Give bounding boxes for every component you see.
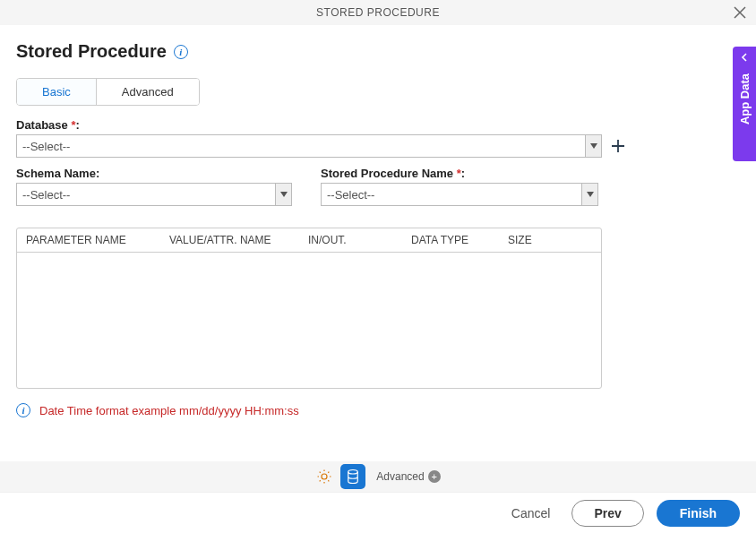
header-title: STORED PROCEDURE xyxy=(316,6,440,19)
spname-label: Stored Procedure Name *: xyxy=(321,167,598,180)
title-row: Stored Procedure i xyxy=(16,41,740,62)
col-size: SIZE xyxy=(499,234,571,246)
col-parameter-name: PARAMETER NAME xyxy=(17,234,160,246)
col-inout: IN/OUT. xyxy=(299,234,402,246)
tab-group: Basic Advanced xyxy=(16,78,200,106)
info-icon: i xyxy=(16,403,30,417)
hint-row: i Date Time format example mm/dd/yyyy HH… xyxy=(16,403,740,417)
parameters-table: PARAMETER NAME VALUE/ATTR. NAME IN/OUT. … xyxy=(16,228,602,389)
schema-select[interactable]: --Select-- xyxy=(16,183,292,206)
prev-button[interactable]: Prev xyxy=(571,500,643,527)
schema-value: --Select-- xyxy=(17,188,275,202)
side-tab-label: App Data xyxy=(738,73,752,125)
add-database-button[interactable] xyxy=(609,137,627,155)
dropdown-icon xyxy=(275,184,291,205)
cancel-button[interactable]: Cancel xyxy=(503,501,560,526)
database-value: --Select-- xyxy=(17,140,585,153)
svg-point-0 xyxy=(348,470,358,475)
col-value-attr: VALUE/ATTR. NAME xyxy=(160,234,299,246)
col-datatype: DATA TYPE xyxy=(402,234,499,246)
schema-group: Schema Name: --Select-- xyxy=(16,167,292,206)
content-area: Stored Procedure i Basic Advanced Databa… xyxy=(0,25,756,417)
database-icon[interactable] xyxy=(340,464,365,489)
chevron-left-icon xyxy=(740,52,749,64)
plus-circle-icon: + xyxy=(428,470,441,483)
table-header-row: PARAMETER NAME VALUE/ATTR. NAME IN/OUT. … xyxy=(17,228,601,253)
spname-select[interactable]: --Select-- xyxy=(321,183,598,206)
schema-label: Schema Name: xyxy=(16,167,292,180)
advanced-label: Advanced xyxy=(376,470,424,483)
advanced-toggle[interactable]: Advanced + xyxy=(376,470,440,483)
database-group: Database *: --Select-- xyxy=(16,118,740,158)
dropdown-icon xyxy=(585,135,601,157)
header-bar: STORED PROCEDURE xyxy=(0,0,756,25)
dropdown-icon xyxy=(581,184,597,205)
finish-button[interactable]: Finish xyxy=(657,500,740,527)
gear-icon[interactable] xyxy=(315,468,333,486)
tab-basic[interactable]: Basic xyxy=(17,79,97,105)
close-icon[interactable] xyxy=(731,4,749,21)
action-bar: Cancel Prev Finish xyxy=(0,492,756,533)
spname-group: Stored Procedure Name *: --Select-- xyxy=(321,167,598,206)
hint-text: Date Time format example mm/dd/yyyy HH:m… xyxy=(39,404,299,417)
toolbar: Advanced + xyxy=(0,461,756,492)
page-title: Stored Procedure xyxy=(16,41,167,62)
database-label: Database *: xyxy=(16,118,740,132)
tab-advanced[interactable]: Advanced xyxy=(97,79,199,105)
database-select[interactable]: --Select-- xyxy=(16,134,602,158)
info-icon[interactable]: i xyxy=(174,45,188,59)
app-data-side-tab[interactable]: App Data xyxy=(733,47,756,161)
spname-value: --Select-- xyxy=(322,188,581,202)
